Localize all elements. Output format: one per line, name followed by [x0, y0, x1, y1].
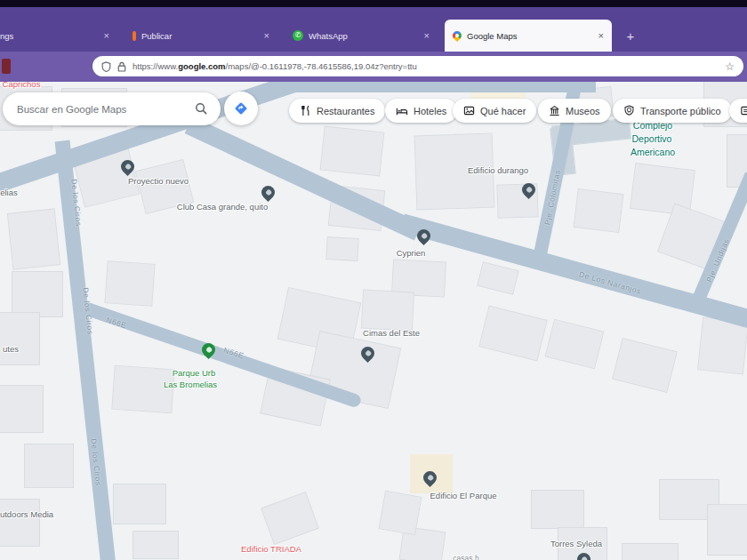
- map-building: [478, 263, 518, 294]
- map-building: [532, 491, 583, 528]
- chip-label: Qué hacer: [480, 106, 526, 116]
- map-label[interactable]: utes: [3, 344, 19, 354]
- map-building: [546, 320, 603, 368]
- shield-icon[interactable]: [101, 61, 111, 72]
- tab-close-icon[interactable]: ×: [264, 31, 269, 41]
- google-maps-favicon-icon: [451, 29, 463, 42]
- chip-hoteles[interactable]: Hoteles: [385, 99, 457, 123]
- map-building: [574, 189, 623, 232]
- chip-que-hacer[interactable]: Qué hacer: [453, 99, 536, 123]
- search-icon[interactable]: [195, 102, 208, 116]
- lock-icon[interactable]: [117, 61, 126, 72]
- tab-close-icon[interactable]: ×: [104, 31, 109, 41]
- map-building: [392, 260, 446, 297]
- map-label[interactable]: Edificio TRIADA: [241, 544, 301, 554]
- tab-label: Google Maps: [467, 31, 518, 41]
- map-building: [362, 291, 414, 331]
- url-bar[interactable]: https://www.google.com/maps/@-0.1611978,…: [92, 56, 743, 76]
- directions-button[interactable]: [224, 92, 258, 125]
- transit-shield-icon: [623, 105, 635, 116]
- map-building: [261, 492, 317, 543]
- attractions-icon: [463, 105, 475, 116]
- map-road: [293, 82, 596, 92]
- tab-close-icon[interactable]: ×: [424, 31, 430, 41]
- tab-bar: Listings × Publicar × ✆ WhatsApp × Googl…: [0, 7, 747, 52]
- tab-listings[interactable]: Listings ×: [0, 20, 117, 52]
- url-text: https://www.google.com/maps/@-0.1611978,…: [133, 61, 417, 71]
- map-building: [112, 366, 173, 412]
- map-label[interactable]: Caprichos: [3, 82, 41, 89]
- chip-museos[interactable]: Museos: [538, 99, 611, 123]
- bookmark-star-icon[interactable]: ☆: [725, 60, 735, 73]
- tab-publicar[interactable]: Publicar ×: [124, 20, 277, 52]
- chip-partial-icon: [740, 105, 747, 116]
- map-label[interactable]: elias: [0, 188, 18, 197]
- whatsapp-favicon-icon: ✆: [293, 30, 303, 41]
- screen: { "browser": { "theme_color": "#564394",…: [0, 0, 747, 560]
- chip-restaurantes[interactable]: Restaurantes: [289, 99, 385, 123]
- map-building: [380, 492, 422, 534]
- map-building: [8, 209, 60, 268]
- map-building: [105, 261, 154, 306]
- map-building: [0, 386, 43, 432]
- map-label[interactable]: Club Casa grande, quito: [177, 202, 268, 212]
- map-building: [613, 339, 676, 392]
- map-label[interactable]: Parque Urb: [173, 368, 216, 378]
- maps-search-box[interactable]: [3, 92, 221, 125]
- map-label[interactable]: Cimas del Este: [363, 328, 420, 338]
- map-label[interactable]: casas h: [453, 554, 478, 560]
- map-label[interactable]: Cyprien: [397, 248, 426, 258]
- map-building: [114, 484, 165, 524]
- map-building: [326, 237, 357, 260]
- map-building: [479, 307, 546, 361]
- map-label[interactable]: Americano: [631, 147, 675, 157]
- map-building: [708, 505, 747, 555]
- map-building: [133, 532, 178, 558]
- map-label[interactable]: Torres Syleda: [550, 539, 602, 548]
- map-canvas[interactable]: De los CirosDe los CirosDe los CirosN66E…: [0, 82, 747, 560]
- tab-google-maps[interactable]: Google Maps ×: [445, 20, 612, 52]
- tab-label: WhatsApp: [309, 31, 348, 41]
- map-label[interactable]: Proyectio nuevo: [128, 176, 189, 186]
- map-road: [185, 116, 422, 239]
- map-building: [622, 544, 678, 560]
- map-label[interactable]: Las Bromelias: [164, 380, 217, 389]
- search-input[interactable]: [15, 103, 195, 116]
- chip-label: Hoteles: [414, 106, 446, 116]
- publicar-favicon-icon: [133, 31, 136, 41]
- tab-close-icon[interactable]: ×: [598, 31, 604, 41]
- url-toolbar: https://www.google.com/maps/@-0.1611978,…: [0, 52, 747, 82]
- new-tab-button[interactable]: +: [621, 27, 640, 46]
- chip-label: Restaurantes: [317, 106, 374, 116]
- map-label[interactable]: Edificio El Parque: [430, 491, 497, 500]
- chip-label: Museos: [566, 106, 600, 116]
- chip-partial[interactable]: [729, 99, 747, 123]
- tab-whatsapp[interactable]: ✆ WhatsApp ×: [285, 20, 438, 52]
- restaurants-icon: [300, 105, 311, 116]
- map-building: [25, 444, 73, 487]
- map-building: [12, 272, 62, 316]
- map-building: [321, 127, 384, 176]
- map-label[interactable]: Edificio durango: [468, 165, 528, 175]
- museum-icon: [549, 105, 560, 116]
- extension-icon[interactable]: [2, 59, 11, 74]
- directions-diamond-icon: [232, 100, 250, 117]
- tab-label: Publicar: [141, 31, 172, 41]
- map-building: [0, 313, 39, 364]
- map-label[interactable]: Deportivo: [632, 133, 672, 144]
- tab-label: Listings: [0, 31, 13, 41]
- hotels-icon: [396, 105, 408, 116]
- window-top-strip: [0, 0, 747, 7]
- map-label[interactable]: utdoors Media: [0, 509, 53, 519]
- map-building: [0, 500, 39, 546]
- chip-label: Transporte público: [640, 106, 721, 116]
- map-pin-club-casa-grande[interactable]: [258, 183, 277, 202]
- chip-transporte-publico[interactable]: Transporte público: [613, 99, 732, 123]
